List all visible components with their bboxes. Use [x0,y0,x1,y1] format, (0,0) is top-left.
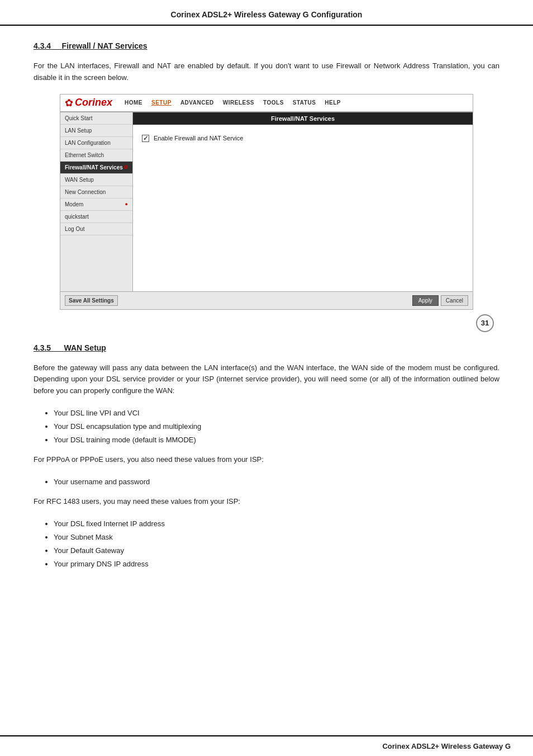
content-area: 4.3.4 Firewall / NAT Services For the LA… [0,26,533,589]
sidebar-firewall-nat-row: Firewall/NAT Services ⚙ [65,164,128,171]
nav-wireless[interactable]: WIRELESS [218,97,259,108]
sidebar-new-connection[interactable]: New Connection [60,186,132,199]
section-434: 4.3.4 Firewall / NAT Services For the LA… [34,41,499,84]
section-434-number: 4.3.4 [34,41,51,50]
save-all-button[interactable]: Save All Settings [65,295,118,306]
bullet-encapsulation: Your DSL encapsulation type and multiple… [54,420,499,433]
logo-leaf-icon: ✿ [65,97,73,109]
section-435-body1: Before the gateway will pass any data be… [34,362,499,397]
bullet-training-mode: Your DSL training mode (default is MMODE… [54,434,499,446]
cancel-button[interactable]: Cancel [441,295,468,306]
enable-firewall-checkbox[interactable] [142,135,149,142]
section-434-title: Firewall / NAT Services [62,41,147,50]
bullet-fixed-ip: Your DSL fixed Internet IP address [54,518,499,530]
page-number: 31 [476,314,494,332]
nav-tools[interactable]: TOOLS [259,97,288,108]
section-435-number: 4.3.5 [34,343,51,352]
bullet-subnet-mask: Your Subnet Mask [54,531,499,544]
section-434-body: For the LAN interfaces, Firewall and NAT… [34,60,499,84]
corinex-logo: ✿ Corinex [65,97,112,109]
firewall-checkbox-row: Enable Firewall and NAT Service [142,135,464,142]
sidebar-quick-start[interactable]: Quick Start [60,112,132,125]
page-number-container: 31 [34,314,499,332]
router-main-content: Enable Firewall and NAT Service [133,125,473,161]
router-sidebar: Quick Start LAN Setup LAN Configuration … [60,112,133,291]
page-header: Corinex ADSL2+ Wireless Gateway G Config… [0,0,533,26]
page-footer: Corinex ADSL2+ Wireless Gateway G [0,735,533,756]
nav-help[interactable]: HELP [320,97,345,108]
router-main-panel: Firewall/NAT Services Enable Firewall an… [133,112,473,291]
sidebar-lan-setup[interactable]: LAN Setup [60,125,132,137]
sidebar-lan-config[interactable]: LAN Configuration [60,137,132,149]
router-main-title: Firewall/NAT Services [133,112,473,125]
router-footer: Save All Settings Apply Cancel [60,291,473,309]
sidebar-logout[interactable]: Log Out [60,223,132,235]
bullet-vpi-vci: Your DSL line VPI and VCI [54,407,499,419]
section-435-bullets1: Your DSL line VPI and VCI Your DSL encap… [54,407,499,446]
nav-advanced[interactable]: ADVANCED [176,97,218,108]
sidebar-quickstart[interactable]: quickstart [60,211,132,223]
router-nav: ✿ Corinex HOME SETUP ADVANCED WIRELESS T… [60,94,473,112]
nav-setup[interactable]: SETUP [147,97,176,108]
header-title: Corinex ADSL2+ Wireless Gateway G Config… [171,10,363,19]
nav-home[interactable]: HOME [120,97,147,108]
section-434-heading: 4.3.4 Firewall / NAT Services [34,41,499,50]
sidebar-modem[interactable]: Modem ● [60,199,132,211]
bullet-username-password: Your username and password [54,476,499,488]
section-435: 4.3.5 WAN Setup Before the gateway will … [34,343,499,571]
logo-text: Corinex [75,97,112,108]
section-435-body3: For RFC 1483 users, you may need these v… [34,496,499,508]
apply-button[interactable]: Apply [412,295,439,306]
firewall-checkbox-label: Enable Firewall and NAT Service [154,135,243,141]
section-435-body2: For PPPoA or PPPoE users, you also need … [34,454,499,466]
nav-status[interactable]: STATUS [288,97,321,108]
sidebar-firewall-nat[interactable]: Firewall/NAT Services ⚙ [60,162,132,174]
section-435-bullets3: Your DSL fixed Internet IP address Your … [54,518,499,570]
sidebar-wan-setup[interactable]: WAN Setup [60,174,132,186]
bullet-default-gateway: Your Default Gateway [54,545,499,557]
router-screenshot: ✿ Corinex HOME SETUP ADVANCED WIRELESS T… [60,94,473,310]
footer-title: Corinex ADSL2+ Wireless Gateway G [382,742,511,750]
section-435-title: WAN Setup [64,343,106,352]
bullet-dns: Your primary DNS IP address [54,558,499,570]
section-435-bullets2: Your username and password [54,476,499,488]
sidebar-modem-icon: ● [125,201,128,207]
footer-buttons: Apply Cancel [412,295,468,306]
sidebar-ethernet-switch[interactable]: Ethernet Switch [60,149,132,162]
section-435-heading: 4.3.5 WAN Setup [34,343,499,352]
router-body: Quick Start LAN Setup LAN Configuration … [60,112,473,291]
sidebar-modem-row: Modem ● [65,201,128,207]
sidebar-firewall-icon: ⚙ [123,164,128,170]
